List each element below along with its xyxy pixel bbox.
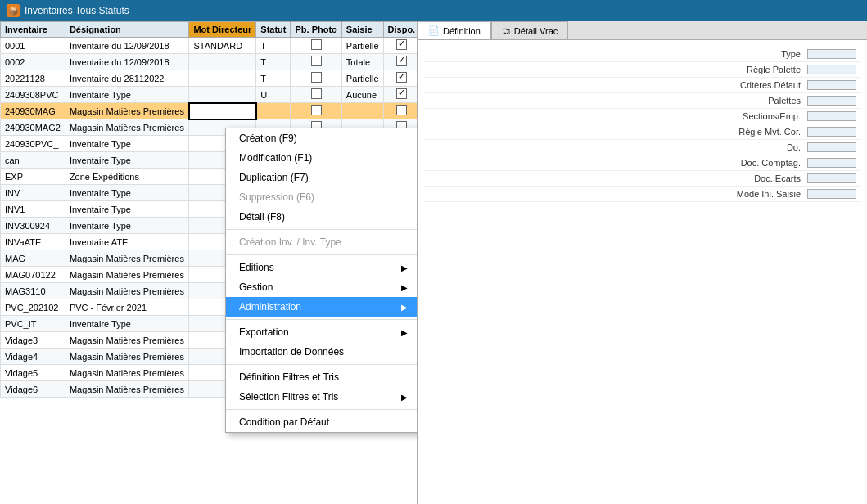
right-field-label: Do. [787, 142, 801, 152]
right-field-row: Mode Ini. Saisie [424, 187, 860, 202]
submenu-arrow-icon: ▶ [401, 303, 408, 312]
right-field-label: Sections/Emp. [743, 111, 801, 121]
tab-definition[interactable]: 📄 Définition [418, 21, 491, 39]
window-title: Inventaires Tous Statuts [25, 5, 129, 16]
right-field-row: Type [424, 47, 860, 62]
right-field-label: Mode Ini. Saisie [737, 189, 801, 199]
menu-label-creation: Création (F9) [239, 133, 297, 144]
menu-separator [226, 364, 418, 365]
menu-label-exportation: Exportation [239, 326, 289, 338]
menu-label-selection-filtres: Sélection Filtres et Tris [239, 391, 338, 403]
right-field-value[interactable] [807, 111, 856, 121]
right-field-row: Règle Palette [424, 62, 860, 78]
right-field-value[interactable] [807, 127, 856, 137]
right-field-value[interactable] [807, 173, 856, 183]
menu-label-definition-filtres: Définition Filtres et Tris [239, 371, 339, 383]
context-menu-overlay: Création (F9)Modification (F1)Duplicatio… [0, 21, 417, 504]
menu-label-detail: Détail (F8) [239, 211, 285, 223]
menu-item-duplication[interactable]: Duplication (F7) [226, 168, 418, 187]
menu-label-duplication: Duplication (F7) [239, 172, 309, 183]
menu-separator [226, 319, 418, 320]
right-field-label: Règle Mvt. Cor. [738, 127, 801, 137]
menu-separator [226, 254, 418, 255]
menu-item-modification[interactable]: Modification (F1) [226, 148, 418, 168]
right-field-label: Palettes [768, 96, 801, 106]
right-field-row: Doc. Ecarts [424, 171, 860, 187]
submenu-arrow-icon: ▶ [401, 283, 408, 292]
right-field-label: Type [781, 49, 801, 59]
left-panel: Inventaire Désignation Mot Directeur Sta… [0, 21, 418, 504]
menu-label-creation-inv: Création Inv. / Inv. Type [239, 236, 341, 248]
right-field-row: Critères Défaut [424, 78, 860, 93]
tab-definition-label: Définition [443, 26, 481, 36]
context-menu: Création (F9)Modification (F1)Duplicatio… [225, 128, 418, 433]
right-field-row: Sections/Emp. [424, 109, 860, 124]
menu-separator [226, 229, 418, 230]
right-field-value[interactable] [807, 96, 856, 106]
right-field-value[interactable] [807, 65, 856, 74]
menu-label-modification: Modification (F1) [239, 152, 312, 164]
app-icon: 📦 [7, 4, 20, 17]
tab-definition-icon: 📄 [428, 25, 440, 36]
menu-label-administration: Administration [239, 301, 301, 313]
right-field-row: Do. [424, 140, 860, 155]
menu-label-suppression: Suppression (F6) [239, 191, 314, 203]
right-field-label: Doc. Comptag. [741, 158, 801, 168]
menu-item-definition-filtres[interactable]: Définition Filtres et Tris [226, 367, 418, 387]
menu-item-editions[interactable]: Editions▶ [226, 258, 418, 277]
submenu-arrow-icon: ▶ [401, 263, 408, 272]
right-field-row: Palettes [424, 93, 860, 109]
right-field-value[interactable] [807, 80, 856, 90]
menu-separator [226, 409, 418, 410]
right-field-row: Doc. Comptag. [424, 155, 860, 171]
menu-item-detail[interactable]: Détail (F8) [226, 207, 418, 227]
right-field-value[interactable] [807, 189, 856, 199]
right-field-label: Règle Palette [747, 65, 801, 74]
menu-item-suppression[interactable]: Suppression (F6) [226, 187, 418, 207]
tab-detail-vrac-label: Détail Vrac [514, 26, 558, 36]
right-field-row: Règle Mvt. Cor. [424, 124, 860, 140]
menu-label-editions: Editions [239, 262, 274, 273]
right-content: TypeRègle PaletteCritères DéfautPalettes… [418, 40, 867, 504]
menu-item-condition-defaut[interactable]: Condition par Défaut [226, 412, 418, 432]
title-bar: 📦 Inventaires Tous Statuts [0, 0, 867, 21]
right-field-label: Critères Défaut [740, 80, 801, 90]
tab-detail-vrac[interactable]: 🗂 Détail Vrac [491, 21, 568, 39]
tab-detail-vrac-icon: 🗂 [502, 26, 511, 36]
menu-item-creation[interactable]: Création (F9) [226, 128, 418, 148]
submenu-arrow-icon: ▶ [401, 393, 408, 402]
right-panel: 📄 Définition 🗂 Détail Vrac TypeRègle Pal… [418, 21, 867, 504]
menu-item-gestion[interactable]: Gestion▶ [226, 277, 418, 297]
menu-item-exportation[interactable]: Exportation▶ [226, 322, 418, 342]
right-field-value[interactable] [807, 49, 856, 59]
menu-label-gestion: Gestion [239, 281, 273, 293]
submenu-arrow-icon: ▶ [401, 328, 408, 337]
menu-item-administration[interactable]: Administration▶ [226, 297, 418, 317]
right-field-value[interactable] [807, 142, 856, 152]
menu-label-condition-defaut: Condition par Défaut [239, 416, 329, 428]
menu-label-importation: Importation de Données [239, 346, 344, 358]
right-tabs: 📄 Définition 🗂 Détail Vrac [418, 21, 867, 40]
right-field-label: Doc. Ecarts [754, 173, 801, 183]
menu-item-importation[interactable]: Importation de Données [226, 342, 418, 362]
right-field-value[interactable] [807, 158, 856, 168]
menu-item-selection-filtres[interactable]: Sélection Filtres et Tris▶ [226, 387, 418, 407]
menu-item-creation-inv[interactable]: Création Inv. / Inv. Type [226, 232, 418, 252]
